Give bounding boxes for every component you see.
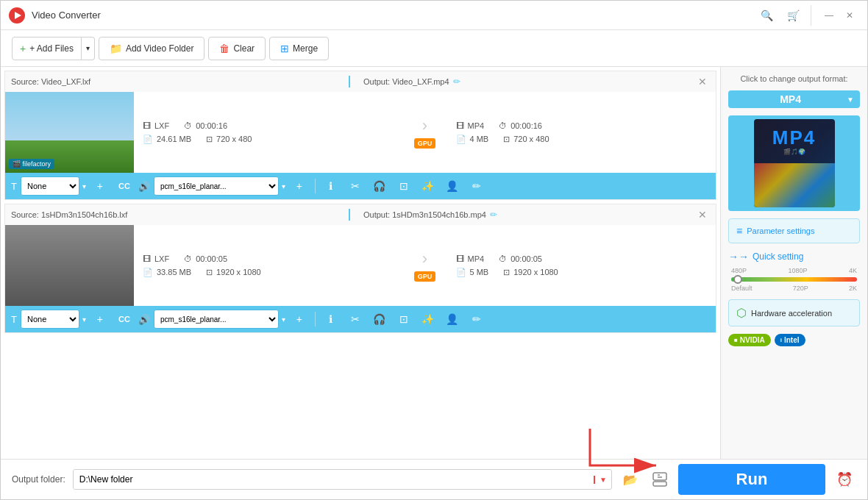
close-file-2[interactable]: ✕ [695, 207, 710, 222]
add-audio-button-1[interactable]: + [289, 176, 310, 196]
trash-icon: 🗑 [219, 43, 230, 54]
alarm-button[interactable]: ⏰ [833, 468, 856, 491]
header-divider-2 [349, 209, 350, 221]
clock-icon: ⏱ [184, 121, 192, 130]
cc-button-1[interactable]: CC [114, 176, 135, 196]
label-480p: 480P [731, 267, 747, 274]
run-area: Run [678, 464, 825, 495]
arrow-right-2: › [422, 249, 427, 268]
add-audio-button-2[interactable]: + [289, 309, 310, 329]
export-button[interactable] [649, 468, 671, 490]
output-size-2: 📄 5 MB [456, 268, 489, 277]
browse-folder-button[interactable]: 📂 [619, 468, 641, 490]
person-button-2[interactable]: 👤 [442, 309, 463, 329]
subtitle-button-1[interactable]: + [90, 176, 110, 196]
edit-button-1[interactable]: ✏ [466, 176, 487, 196]
audio-edit-button-2[interactable]: 🎧 [369, 309, 390, 329]
quick-setting-text: Quick setting [753, 251, 803, 262]
close-button[interactable]: ✕ [839, 5, 860, 26]
font-dropdown-2[interactable]: None [21, 310, 79, 329]
format-selector[interactable]: MP4 ▼ [728, 90, 860, 108]
gpu-options: ■ NVIDIA i Intel [728, 334, 860, 346]
film-icon-2: 🎞 [143, 254, 151, 263]
cc-button-2[interactable]: CC [114, 309, 135, 329]
param-icon: ≡ [736, 225, 742, 237]
minimize-button[interactable]: — [819, 5, 839, 26]
source-res-1: ⊡ 720 x 480 [206, 135, 252, 144]
audio-select-1: 🔊 pcm_s16le_planar... ▾ [138, 176, 285, 196]
source-format-1: 🎞 LXF [143, 121, 169, 130]
close-file-1[interactable]: ✕ [695, 74, 710, 89]
output-size-1: 📄 4 MB [456, 135, 489, 144]
file-icon: 📄 [143, 135, 153, 144]
nvidia-button[interactable]: ■ NVIDIA [728, 334, 771, 346]
audio-edit-button-1[interactable]: 🎧 [369, 176, 390, 196]
format-selector-arrow: ▼ [847, 96, 854, 104]
add-files-dropdown-button[interactable]: ▾ [82, 37, 95, 60]
font-dropdown-arrow-2: ▾ [82, 315, 86, 324]
edit-output-2[interactable]: ✏ [490, 210, 497, 220]
cut-button-1[interactable]: ✂ [345, 176, 366, 196]
search-icon[interactable]: 🔍 [756, 5, 777, 26]
label-1080p: 1080P [788, 267, 807, 274]
edit-output-1[interactable]: ✏ [453, 76, 460, 87]
slider-top-labels: 480P 1080P 4K [731, 267, 857, 274]
output-folder-dropdown-button[interactable]: ▼ [594, 476, 611, 484]
clock-icon-out-2: ⏱ [499, 254, 507, 263]
hw-accel-button[interactable]: ⬡ Hardware acceleration [728, 299, 860, 326]
file-icon-out-2: 📄 [456, 268, 466, 277]
cut-button-2[interactable]: ✂ [345, 309, 366, 329]
merge-icon: ⊞ [280, 43, 289, 54]
file-body-1: 🎬 filefactory 🎞 LXF ⏱ [5, 92, 716, 173]
edit-button-2[interactable]: ✏ [466, 309, 487, 329]
merge-label: Merge [293, 43, 318, 54]
source-label-2: Source: 1sHDm3n1504ch16b.lxf [11, 210, 343, 219]
info-button-1[interactable]: ℹ [321, 176, 341, 196]
audio-dropdown-arrow-2: ▾ [282, 315, 285, 324]
output-duration-2: ⏱ 00:00:05 [499, 254, 542, 263]
right-panel: Click to change output format: MP4 ▼ MP4… [720, 67, 867, 459]
arrow-area-1: › GPU [403, 115, 447, 150]
film-icon-out-1: 🎞 [456, 121, 464, 130]
clear-button[interactable]: 🗑 Clear [208, 37, 266, 60]
audio-dropdown-2[interactable]: pcm_s16le_planar... [154, 310, 279, 329]
add-video-folder-label: Add Video Folder [126, 43, 194, 54]
file-body-inner-1: 🎞 LXF ⏱ 00:00:16 📄 [134, 115, 716, 150]
crop-button-1[interactable]: ⊡ [394, 176, 414, 196]
slider-thumb[interactable] [733, 275, 742, 284]
effects-button-1[interactable]: ✨ [418, 176, 438, 196]
add-files-label: + Add Files [29, 43, 74, 54]
person-button-1[interactable]: 👤 [442, 176, 463, 196]
output-format-2: 🎞 MP4 [456, 254, 485, 263]
res-icon: ⊡ [206, 135, 213, 144]
app-logo [8, 7, 26, 24]
audio-dropdown-1[interactable]: pcm_s16le_planar... [154, 176, 279, 196]
effects-button-2[interactable]: ✨ [418, 309, 438, 329]
main-toolbar: + + Add Files ▾ 📁 Add Video Folder 🗑 Cle… [1, 30, 867, 67]
label-default: Default [731, 285, 753, 292]
merge-button[interactable]: ⊞ Merge [269, 37, 329, 60]
add-files-button[interactable]: + + Add Files [12, 37, 82, 60]
source-info-1: 🎞 LXF ⏱ 00:00:16 📄 [134, 115, 403, 150]
subtitle-button-2[interactable]: + [90, 309, 110, 329]
clear-label: Clear [233, 43, 255, 54]
run-button[interactable]: Run [678, 464, 825, 495]
output-folder-input[interactable] [74, 470, 594, 489]
slider-track [731, 277, 857, 282]
intel-button[interactable]: i Intel [775, 334, 805, 346]
hw-accel-label: Hardware acceleration [751, 309, 832, 318]
add-video-folder-button[interactable]: 📁 Add Video Folder [99, 37, 205, 60]
font-dropdown-1[interactable]: None [21, 176, 79, 196]
crop-button-2[interactable]: ⊡ [394, 309, 414, 329]
file-icon-2: 📄 [143, 268, 153, 277]
clock-icon-out-1: ⏱ [499, 121, 507, 130]
source-size-2: 📄 33.85 MB [143, 268, 191, 277]
file-toolbar-2: T None ▾ + CC 🔊 pcm_s16le_planar... ▾ [5, 306, 716, 332]
slider-bottom-labels: Default 720P 2K [731, 285, 857, 292]
info-button-2[interactable]: ℹ [321, 309, 341, 329]
quick-setting-section: →→ Quick setting 480P 1080P 4K Default 7… [728, 251, 860, 292]
add-files-icon: + [20, 43, 26, 54]
cart-icon[interactable]: 🛒 [783, 5, 803, 26]
param-settings-button[interactable]: ≡ Parameter settings [728, 218, 860, 243]
font-T-icon-2: T [11, 314, 17, 325]
